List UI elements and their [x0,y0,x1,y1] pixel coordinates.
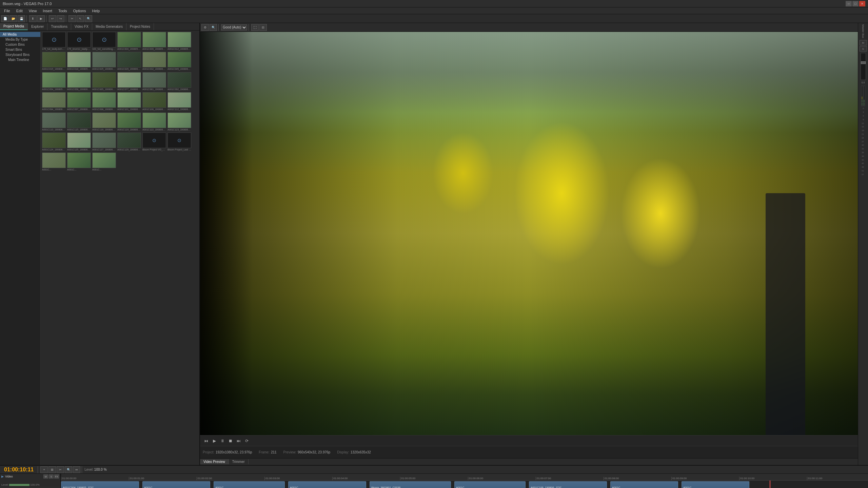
go-start-button[interactable]: ⏮ [203,438,210,444]
minimize-button[interactable]: ─ [846,1,852,6]
menu-options[interactable]: Options [71,8,89,14]
media-thumb-32[interactable]: A001C125_190806_J737.MOV [67,133,91,151]
tab-explorer[interactable]: Explorer [28,23,47,30]
media-thumb-2[interactable]: ⊙ 175_short12_badly-behaved_ed_0032.wav [67,32,91,50]
go-end-button[interactable]: ⏭ [235,438,242,444]
media-thumb-10[interactable]: A001C029_190806_J737.MOV [117,52,141,70]
zoom-button[interactable]: 🔍 [85,15,92,22]
tl-select-all[interactable]: ⊞ [48,466,56,473]
media-thumb-36[interactable]: ⊙ Bloom Project_Last Line_31.wav [167,133,191,151]
redo-button[interactable]: ↪ [57,15,64,22]
tab-video-fx[interactable]: Video FX [71,23,92,30]
media-thumb-12[interactable]: A001C045_190806_J737.MOV [167,52,191,70]
tl-fit[interactable]: ⇔ [73,466,80,473]
select-button[interactable]: ↖ [77,15,84,22]
preview-zoom-button[interactable]: 🔍 [210,24,217,31]
media-thumb-28[interactable]: A001C119_190806_J737.MOV [117,113,141,131]
preview-settings-button[interactable]: ⚙ [201,24,209,31]
save-button[interactable]: 💾 [18,15,25,22]
master-fader[interactable] [861,53,866,80]
clip-v9[interactable]: A001C... [682,481,749,488]
media-thumb-6[interactable]: A001C012_190805_J737.MOV [167,32,191,50]
media-thumb-4[interactable]: A001C004_190805_J737.MOV [117,32,141,50]
media-thumb-22[interactable]: A001C101_190806_J737.MOV [117,92,141,111]
strip-btn-2[interactable]: S [860,46,867,52]
tree-main-timeline[interactable]: Main Timeline [0,57,40,62]
tab-transitions[interactable]: Transitions [47,23,71,30]
play-button[interactable]: ▶ [211,438,218,444]
clip-v4[interactable]: A001C... [288,481,366,488]
video-fx-btn[interactable]: FX [54,474,59,479]
playhead[interactable] [770,481,770,488]
strip-btn-1[interactable]: M [860,40,867,45]
media-thumb-11[interactable]: A001C032_190806_J737.MOV [142,52,166,70]
clip-v2[interactable]: A001C... [142,481,210,488]
tl-add-track[interactable]: + [40,466,48,473]
tl-razor[interactable]: ✂ [57,466,64,473]
menu-edit[interactable]: Edit [14,8,25,14]
stop-button[interactable]: ⏹ [227,438,234,444]
tab-project-notes[interactable]: Project Notes [126,23,154,30]
close-button[interactable]: ✕ [859,1,865,6]
media-thumb-31[interactable]: A001C124_190806_J737.MOV [42,133,66,151]
media-thumb-13[interactable]: A001C054_190805_J737.MOV [42,72,66,91]
media-thumb-18[interactable]: A001C092_190806_J737.MOV [167,72,191,91]
clip-v3[interactable]: A001C... [214,481,285,488]
media-thumb-7[interactable]: A001C015_190806_J737.MOV [42,52,66,70]
clip-v5[interactable]: Bloom_3803801_C0036 [370,481,451,488]
import-button[interactable]: ⬇ [29,15,37,22]
fader-handle[interactable] [861,61,866,64]
media-thumb-3[interactable]: ⊙ 320_full_something-is-fine_hy_0165.wav [92,32,116,50]
media-thumb-9[interactable]: A001C025_190806_J737.MOV [92,52,116,70]
media-thumb-16[interactable]: A001C077_190806_J737.MOV [117,72,141,91]
media-thumb-33[interactable]: A001C127_190806_J737.MOV [92,133,116,151]
tree-storyboard-bins[interactable]: Storyboard Bins [0,52,40,57]
media-thumb-24[interactable]: A001C112_190806_J737.MOV [167,92,191,111]
menu-view[interactable]: View [26,8,40,14]
media-thumb-37[interactable]: A001C... [42,152,66,171]
tab-trimmer[interactable]: Trimmer [229,459,249,464]
media-thumb-1[interactable]: ⊙ 175_full_badly-behaved_0150.wav [42,32,66,50]
pause-button[interactable]: ⏸ [219,438,226,444]
menu-insert[interactable]: Insert [40,8,55,14]
quality-select[interactable]: Good (Auto) Best Draft [221,24,247,30]
open-button[interactable]: 📂 [9,15,17,22]
media-thumb-26[interactable]: A001C115_190806_J737.MOV [67,113,91,131]
video-solo-btn[interactable]: S [49,474,54,479]
tree-custom-bins[interactable]: Custom Bins [0,42,40,47]
media-thumb-23[interactable]: A001C106_190806_J737.MOV [142,92,166,111]
tree-smart-bins[interactable]: Smart Bins [0,47,40,52]
media-thumb-14[interactable]: A001C058_190806_J737.MOV [67,72,91,91]
media-thumb-29[interactable]: A001C122_190806_J737.MOV [142,113,166,131]
media-thumb-38[interactable]: A001C... [67,152,91,171]
clip-v6[interactable]: A001C... [454,481,526,488]
media-thumb-27[interactable]: A001C118_190806_J737.MOV [92,113,116,131]
media-thumb-34[interactable]: A001C129_190806_J737.MOV [117,133,141,151]
media-thumb-39[interactable]: A001C... [92,152,116,171]
timeline-content[interactable]: 01:00:00:00 01:00:01:00 01:00:02:00 01:0… [61,474,868,488]
media-thumb-17[interactable]: A001C081_190806_J737.MOV [142,72,166,91]
new-project-button[interactable]: 📄 [1,15,9,22]
loop-button[interactable]: ⟳ [243,438,250,444]
media-thumb-8[interactable]: A001C018_190805_J737.MOV [67,52,91,70]
media-thumb-19[interactable]: A001C094_190806_J737.MOV [42,92,66,111]
menu-tools[interactable]: Tools [56,8,70,14]
video-mute-btn[interactable]: M [43,474,48,479]
cut-button[interactable]: ✂ [68,15,76,22]
maximize-button[interactable]: □ [852,1,859,6]
clip-v1[interactable]: A001C004_190805_J737 [61,481,139,488]
media-thumb-5[interactable]: A001C006_190805_J737.MOV [142,32,166,50]
tree-all-media[interactable]: All Media [0,32,40,37]
clip-v8[interactable]: A001C... [610,481,678,488]
tab-project-media[interactable]: Project Media [0,23,28,30]
media-thumb-30[interactable]: A001C123_190806_J737.MOV [167,113,191,131]
menu-file[interactable]: File [1,8,13,14]
media-thumb-15[interactable]: A001C065_190806_J737.MOV [92,72,116,91]
tab-video-preview[interactable]: Video Preview [200,459,229,464]
undo-button[interactable]: ↩ [49,15,56,22]
tree-media-by-type[interactable]: Media By Type [0,37,40,42]
media-thumb-21[interactable]: A001C098_190806_J737.MOV [92,92,116,111]
preview-split-button[interactable]: ⊟ [259,24,267,31]
media-thumb-25[interactable]: A001C113_190806_J737.MOV [42,113,66,131]
tl-zoom-in[interactable]: 🔍 [65,466,72,473]
